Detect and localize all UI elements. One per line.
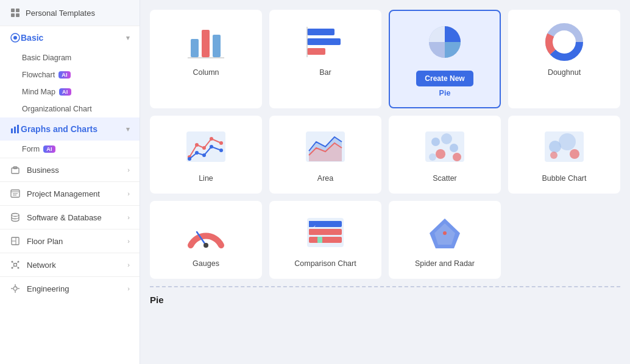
svg-point-54 [210, 145, 213, 149]
column-chart-label: Column [193, 68, 219, 77]
svg-point-22 [12, 267, 13, 269]
form-label: Form [22, 145, 40, 153]
chart-card-area[interactable]: Area [269, 116, 381, 194]
svg-point-70 [550, 152, 557, 159]
sidebar-item-flowchart[interactable]: Flowchart AI [0, 66, 140, 83]
svg-point-50 [219, 141, 223, 145]
sidebar-item-engineering[interactable]: Engineering › [0, 276, 140, 300]
flowchart-ai-badge: AI [58, 71, 71, 79]
spider-chart-visual [420, 212, 469, 254]
svg-point-64 [453, 153, 461, 161]
sidebar-item-mind-map[interactable]: Mind Map AI [0, 83, 140, 100]
svg-point-53 [202, 153, 206, 157]
svg-line-27 [16, 266, 18, 267]
basic-sub-items: Basic Diagram Flowchart AI Mind Map AI O… [0, 49, 140, 117]
chart-grid-row3: Gauges ✓ Comparison Chart [150, 201, 620, 279]
graphs-section-label: Graphs and Charts [21, 124, 97, 134]
org-chart-label: Organizational Chart [22, 105, 92, 113]
chart-card-line[interactable]: Line [150, 116, 262, 194]
create-new-button[interactable]: Create New [416, 71, 473, 86]
svg-rect-2 [11, 13, 15, 17]
sidebar-section-basic: Basic ▾ Basic Diagram Flowchart AI Mind … [0, 26, 140, 117]
chart-card-spider[interactable]: Spider and Radar [389, 201, 501, 279]
chart-card-doughnut[interactable]: Doughnut [508, 10, 620, 108]
svg-line-25 [16, 263, 18, 264]
chart-card-gauges[interactable]: Gauges [150, 201, 262, 279]
svg-rect-34 [202, 30, 210, 57]
graphs-sub-items: Form AI [0, 141, 140, 158]
svg-point-21 [18, 261, 19, 263]
chart-card-scatter[interactable]: Scatter [389, 116, 501, 194]
floor-plan-label: Floor Plan [27, 237, 63, 246]
svg-rect-7 [14, 127, 16, 133]
chart-card-pie[interactable]: Create New Pie [389, 10, 501, 108]
network-label: Network [27, 261, 56, 270]
chart-grid-row2: Line Area [150, 116, 620, 194]
flowchart-label: Flowchart [22, 71, 55, 79]
sidebar-item-business[interactable]: Business › [0, 158, 140, 181]
sidebar-item-floor-plan[interactable]: Floor Plan › [0, 229, 140, 253]
doughnut-chart-visual [540, 21, 589, 63]
network-chevron-icon: › [127, 261, 130, 268]
section-footer-label: Pie [150, 295, 620, 309]
area-chart-visual [301, 127, 350, 169]
svg-rect-37 [307, 29, 334, 35]
sidebar-item-org-chart[interactable]: Organizational Chart [0, 100, 140, 117]
svg-line-24 [13, 263, 15, 264]
gauges-chart-visual [182, 212, 230, 254]
project-management-chevron-icon: › [127, 190, 130, 197]
svg-point-49 [210, 137, 213, 141]
scatter-chart-label: Scatter [433, 174, 457, 183]
chart-card-column[interactable]: Column [150, 10, 262, 108]
svg-text:✓: ✓ [313, 225, 316, 229]
sidebar-section-basic-header[interactable]: Basic ▾ [0, 26, 140, 49]
personal-templates-icon [10, 7, 21, 18]
sidebar-item-project-management[interactable]: Project Management › [0, 181, 140, 205]
svg-point-51 [188, 157, 191, 161]
engineering-chevron-icon: › [127, 285, 130, 292]
sidebar-item-network[interactable]: Network › [0, 253, 140, 276]
mind-map-label: Mind Map [22, 88, 55, 96]
sidebar-item-form[interactable]: Form AI [0, 141, 140, 158]
svg-point-28 [13, 287, 17, 290]
form-ai-badge: AI [43, 145, 55, 153]
line-chart-visual [182, 127, 230, 169]
personal-templates-label: Personal Templates [26, 9, 95, 18]
basic-diagram-label: Basic Diagram [22, 54, 71, 62]
comparison-chart-visual: ✓ [301, 212, 350, 254]
chart-grid-row1: Column Bar [150, 10, 620, 108]
network-icon [10, 259, 21, 270]
chart-card-bubble[interactable]: Bubble Chart [508, 116, 620, 194]
chart-card-bar[interactable]: Bar [269, 10, 381, 108]
floor-plan-icon [10, 236, 21, 247]
sidebar-section-graphs-header[interactable]: Graphs and Charts ▾ [0, 117, 140, 141]
comparison-chart-label: Comparison Chart [294, 259, 356, 268]
sidebar-item-basic-diagram[interactable]: Basic Diagram [0, 49, 140, 66]
sidebar-item-personal-templates[interactable]: Personal Templates [0, 0, 140, 26]
line-chart-label: Line [199, 174, 213, 183]
basic-section-icon [10, 32, 21, 43]
svg-line-26 [13, 266, 15, 267]
svg-point-62 [450, 144, 458, 152]
graphs-chevron-icon: ▾ [126, 125, 130, 133]
svg-rect-78 [317, 237, 322, 243]
svg-rect-76 [309, 229, 333, 235]
svg-point-47 [195, 143, 199, 147]
basic-chevron-icon: ▾ [126, 34, 130, 42]
mind-map-ai-badge: AI [59, 88, 71, 96]
sidebar-item-software-database[interactable]: Software & Database › [0, 205, 140, 229]
business-label: Business [27, 166, 59, 175]
basic-section-label: Basic [21, 33, 43, 43]
column-chart-visual [182, 21, 230, 63]
scatter-chart-visual [420, 127, 469, 169]
svg-point-19 [14, 264, 17, 267]
floor-plan-chevron-icon: › [127, 237, 130, 245]
svg-rect-38 [307, 38, 341, 45]
svg-point-52 [195, 151, 199, 155]
chart-card-comparison[interactable]: ✓ Comparison Chart [269, 201, 381, 279]
svg-rect-45 [186, 131, 225, 162]
software-database-label: Software & Database [27, 213, 102, 222]
svg-point-83 [443, 231, 447, 235]
svg-point-5 [13, 36, 17, 40]
software-database-icon [10, 212, 21, 223]
